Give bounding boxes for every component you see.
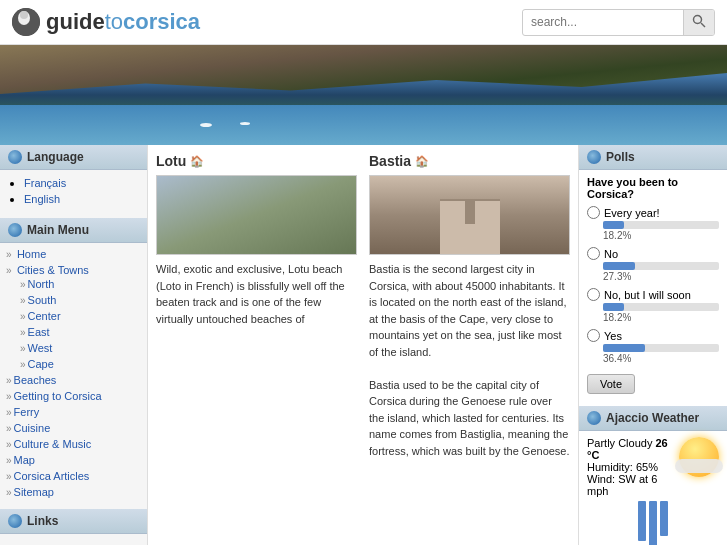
polls-header-label: Polls xyxy=(606,150,635,164)
lotu-title: Lotu 🏠 xyxy=(156,153,357,169)
content-col-lotu: Lotu 🏠 Wild, exotic and exclusive, Lotu … xyxy=(156,153,357,459)
poll-option-1-label: Every year! xyxy=(587,206,719,219)
nav-arrow-icon: » xyxy=(20,359,26,370)
list-item: Français xyxy=(24,176,137,190)
links-section-header: Links xyxy=(0,509,147,534)
poll-option-3: No, but I will soon 18.2% xyxy=(587,288,719,323)
poll-pct-3: 18.2% xyxy=(603,312,719,323)
poll-pct-2: 27.3% xyxy=(603,271,719,282)
nav-arrow-icon: » xyxy=(6,455,12,466)
poll-bar-wrap-4 xyxy=(603,344,719,352)
poll-pct-4: 36.4% xyxy=(603,353,719,364)
nav-map-link[interactable]: Map xyxy=(14,454,35,466)
nav-ferry-link[interactable]: Ferry xyxy=(14,406,40,418)
nav-sitemap-link[interactable]: Sitemap xyxy=(14,486,54,498)
search-input[interactable] xyxy=(523,11,683,33)
poll-option-4-label: Yes xyxy=(587,329,719,342)
polls-globe-icon xyxy=(587,150,601,164)
list-item: »Sitemap xyxy=(6,485,141,499)
logo-icon xyxy=(12,8,40,36)
nav-cuisine-link[interactable]: Cuisine xyxy=(14,422,51,434)
links-globe-icon xyxy=(8,514,22,528)
nav-north-link[interactable]: North xyxy=(28,278,55,290)
logo-corsica: corsica xyxy=(123,9,200,34)
list-item: »North xyxy=(20,277,141,291)
main-layout: Language Français English Main Menu » Ho… xyxy=(0,145,727,545)
weather-bar-1 xyxy=(638,501,646,541)
poll-bar-4 xyxy=(603,344,645,352)
poll-bar-3 xyxy=(603,303,624,311)
nav-sub-list: »North »South »Center »East »West »Cape xyxy=(6,277,141,371)
list-item: »Center xyxy=(20,309,141,323)
nav-center-link[interactable]: Center xyxy=(28,310,61,322)
bastia-text: Bastia is the second largest city in Cor… xyxy=(369,261,570,459)
nav-beaches-link[interactable]: Beaches xyxy=(14,374,57,386)
list-item: »South xyxy=(20,293,141,307)
language-section-content: Français English xyxy=(0,170,147,214)
weather-bars xyxy=(587,497,719,545)
bastia-title: Bastia 🏠 xyxy=(369,153,570,169)
weather-header-label: Ajaccio Weather xyxy=(606,411,699,425)
lotu-image xyxy=(156,175,357,255)
list-item: »East xyxy=(20,325,141,339)
poll-option-1: Every year! 18.2% xyxy=(587,206,719,241)
poll-option-2-label: No xyxy=(587,247,719,260)
nav-arrow-icon: » xyxy=(6,487,12,498)
list-item: »Culture & Music xyxy=(6,437,141,451)
weather-globe-icon xyxy=(587,411,601,425)
search-button[interactable] xyxy=(683,10,714,35)
nav-arrow-icon: » xyxy=(6,391,12,402)
nav-east-link[interactable]: East xyxy=(28,326,50,338)
language-list: Français English xyxy=(10,176,137,206)
content-grid: Lotu 🏠 Wild, exotic and exclusive, Lotu … xyxy=(156,153,570,459)
nav-arrow-icon: » xyxy=(20,327,26,338)
list-item: »Getting to Corsica xyxy=(6,389,141,403)
list-item: » Home xyxy=(6,247,141,261)
language-english-link[interactable]: English xyxy=(24,193,60,205)
logo: guidetocorsica xyxy=(12,8,200,36)
nav-arrow-icon: » xyxy=(6,249,12,260)
nav-articles-link[interactable]: Corsica Articles xyxy=(14,470,90,482)
logo-guide: guide xyxy=(46,9,105,34)
poll-radio-4[interactable] xyxy=(587,329,600,342)
nav-getting-link[interactable]: Getting to Corsica xyxy=(14,390,102,402)
banner-sea xyxy=(0,105,727,145)
vote-button[interactable]: Vote xyxy=(587,374,635,394)
weather-header: Ajaccio Weather xyxy=(579,406,727,431)
list-item: »Cape xyxy=(20,357,141,371)
nav-arrow-icon: » xyxy=(6,423,12,434)
list-item: English xyxy=(24,192,137,206)
list-item: »West xyxy=(20,341,141,355)
content-col-bastia: Bastia 🏠 Bastia is the second largest ci… xyxy=(369,153,570,459)
weather-section: Ajaccio Weather Partly Cloudy 26 °C Humi… xyxy=(579,406,727,545)
logo-text: guidetocorsica xyxy=(46,9,200,35)
links-header-label: Links xyxy=(27,514,58,528)
poll-radio-1[interactable] xyxy=(587,206,600,219)
weather-bar-2 xyxy=(649,501,657,545)
search-icon xyxy=(692,14,706,28)
banner-boat2 xyxy=(240,122,250,125)
banner-boat xyxy=(200,123,212,127)
lotu-text: Wild, exotic and exclusive, Lotu beach (… xyxy=(156,261,357,327)
bastia-image xyxy=(369,175,570,255)
weather-content: Partly Cloudy 26 °C Humidity: 65% Wind: … xyxy=(579,431,727,545)
nav-home-link[interactable]: Home xyxy=(17,248,46,260)
language-francais-link[interactable]: Français xyxy=(24,177,66,189)
language-section: Language Français English xyxy=(0,145,147,214)
weather-info: Partly Cloudy 26 °C Humidity: 65% Wind: … xyxy=(587,437,673,497)
nav-west-link[interactable]: West xyxy=(28,342,53,354)
language-globe-icon xyxy=(8,150,22,164)
nav-cape-link[interactable]: Cape xyxy=(28,358,54,370)
nav-arrow-icon: » xyxy=(6,375,12,386)
polls-content: Have you been to Corsica? Every year! 18… xyxy=(579,170,727,400)
poll-bar-1 xyxy=(603,221,624,229)
nav-culture-link[interactable]: Culture & Music xyxy=(14,438,92,450)
poll-radio-2[interactable] xyxy=(587,247,600,260)
nav-cities-link[interactable]: Cities & Towns xyxy=(17,264,89,276)
poll-radio-3[interactable] xyxy=(587,288,600,301)
nav-south-link[interactable]: South xyxy=(28,294,57,306)
nav-arrow-icon: » xyxy=(6,265,12,276)
language-header-label: Language xyxy=(27,150,84,164)
weather-wind: Wind: SW at 6 mph xyxy=(587,473,673,497)
main-menu-section: Main Menu » Home » Cities & Towns »North… xyxy=(0,218,147,505)
